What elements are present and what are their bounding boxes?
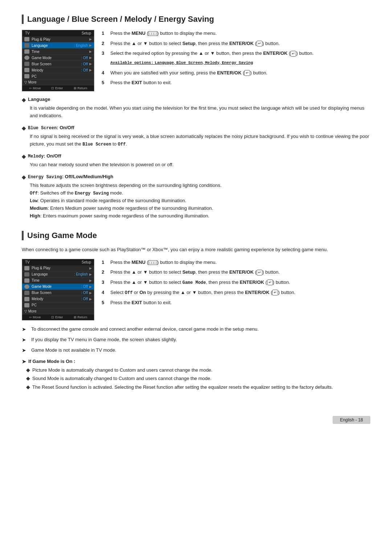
bullet-heading: ◆ Language bbox=[22, 97, 370, 103]
page-footer-area: English - 18 bbox=[22, 401, 370, 424]
arrow-icon: ➤ bbox=[22, 336, 28, 344]
plug-icon bbox=[24, 266, 29, 270]
if-game-bullet-2: ◆ Sound Mode is automatically changed to… bbox=[26, 375, 370, 382]
if-game-title-text: If Game Mode is On : bbox=[28, 359, 75, 364]
step1-3: 3 Select the required option by pressing… bbox=[102, 50, 370, 57]
note-text: Game Mode is not available in TV mode. bbox=[31, 347, 117, 354]
note-text: If you display the TV menu in Game mode,… bbox=[31, 336, 177, 343]
menu2-header: TV Setup bbox=[22, 259, 94, 265]
diamond-icon: ◆ bbox=[26, 384, 30, 391]
bullet-heading: ◆ Blue Screen: On/Off bbox=[22, 125, 370, 131]
menu2-item-bluescreen: Blue Screen : Off ▶ bbox=[22, 290, 94, 296]
step1-4: 4 When you are satisfied with your setti… bbox=[102, 69, 370, 77]
menu1-setup-label: Setup bbox=[82, 31, 91, 35]
menu1-item-plug: Plug & Play ▶ bbox=[22, 36, 94, 42]
menu2-item-language: Language : English ▶ bbox=[22, 271, 94, 278]
step-number: 2 bbox=[102, 269, 107, 276]
menu2-item-more: ▽ More bbox=[22, 309, 94, 314]
bullet-title: Melody: On/Off bbox=[28, 153, 61, 159]
menu1-tv-label: TV bbox=[25, 31, 30, 35]
step-text: Press the MENU (□□□) button to display t… bbox=[110, 259, 370, 266]
section2-intro: When connecting to a game console such a… bbox=[22, 246, 370, 254]
menu2-item-plug: Plug & Play ▶ bbox=[22, 265, 94, 271]
step-text: Press the ▲ or ▼ button to select Game M… bbox=[110, 279, 370, 286]
lang-icon bbox=[24, 272, 29, 277]
step-number: 5 bbox=[102, 299, 107, 306]
section2-header: Using Game Mode bbox=[22, 231, 370, 240]
menu2-item-time: Time ▶ bbox=[22, 278, 94, 284]
diamond-icon: ◆ bbox=[22, 153, 26, 160]
menu1-item-gamemode: Game Mode : Off ▶ bbox=[22, 55, 94, 61]
step-text: Select the required option by pressing t… bbox=[110, 50, 370, 57]
if-game-bullet-3: ◆ The Reset Sound function is activated.… bbox=[26, 384, 370, 391]
menu1-item-bluescreen: Blue Screen : Off ▶ bbox=[22, 61, 94, 67]
menu2-item-melody: Melody : Off ▶ bbox=[22, 296, 94, 302]
menu1-item-language: Language : English ▶ bbox=[22, 42, 94, 49]
note2: ➤ If you display the TV menu in Game mod… bbox=[22, 336, 370, 344]
menu1-item-more: ▽ More bbox=[22, 79, 94, 85]
clock-icon bbox=[24, 49, 29, 54]
menu2-items: Plug & Play ▶ Language : English ▶ Time … bbox=[22, 265, 94, 314]
section1-content: TV Setup Plug & Play ▶ Language : Englis… bbox=[22, 30, 370, 91]
note-text: To disconnect the game console and conne… bbox=[31, 326, 259, 333]
bullet-melody: ◆ Melody: On/Off You can hear melody sou… bbox=[22, 153, 370, 169]
bullet-bluescreen: ◆ Blue Screen: On/Off If no signal is be… bbox=[22, 125, 370, 148]
circle-icon bbox=[24, 56, 29, 60]
section1-title: Language / Blue Screen / Melody / Energy… bbox=[27, 15, 370, 24]
section1-menu-screenshot: TV Setup Plug & Play ▶ Language : Englis… bbox=[22, 30, 94, 91]
section2-menu-screenshot: TV Setup Plug & Play ▶ Language : Englis… bbox=[22, 259, 94, 320]
star-icon bbox=[24, 303, 29, 307]
note3: ➤ Game Mode is not available in TV mode. bbox=[22, 347, 370, 354]
step-text: Press the ▲ or ▼ button to select Setup,… bbox=[110, 40, 370, 47]
menu1-footer: ⇦ Move ⊡ Enter ⊞ Return bbox=[22, 85, 94, 91]
step1-2: 2 Press the ▲ or ▼ button to select Setu… bbox=[102, 40, 370, 47]
step-text: Select Off or On by pressing the ▲ or ▼ … bbox=[110, 289, 370, 296]
section1-header: Language / Blue Screen / Melody / Energy… bbox=[22, 15, 370, 24]
menu2-footer: ⇦ Move ⊡ Enter ⊞ Return bbox=[22, 314, 94, 320]
step-number: 4 bbox=[102, 289, 107, 296]
bullet-heading: ◆ Melody: On/Off bbox=[22, 153, 370, 160]
bullet-body: This feature adjusts the screen brightne… bbox=[30, 182, 370, 220]
diamond-icon: ◆ bbox=[22, 174, 26, 180]
menu1-item-melody: Melody : Off ▶ bbox=[22, 67, 94, 73]
step-number: 4 bbox=[102, 69, 107, 77]
step-number: 2 bbox=[102, 40, 107, 47]
menu2-footer-return: ⊞ Return bbox=[74, 315, 87, 319]
step2-3: 3 Press the ▲ or ▼ button to select Game… bbox=[102, 279, 370, 286]
step-number: 1 bbox=[102, 30, 107, 37]
arrow-icon: ➤ bbox=[22, 359, 26, 364]
menu1-item-time: Time ▶ bbox=[22, 49, 94, 55]
step-number: 5 bbox=[102, 79, 107, 86]
menu1-header: TV Setup bbox=[22, 30, 94, 36]
section-language: Language / Blue Screen / Melody / Energy… bbox=[22, 15, 370, 220]
diamond-icon: ◆ bbox=[26, 375, 30, 382]
available-options: Available options: Language, Blue Screen… bbox=[110, 60, 370, 65]
sound-icon bbox=[24, 297, 29, 301]
bullet-title: Blue Screen: On/Off bbox=[28, 125, 74, 131]
if-game-bullet-text: Sound Mode is automatically changed to C… bbox=[32, 375, 212, 382]
menu2-setup-label: Setup bbox=[82, 260, 91, 264]
step-text: Press the ▲ or ▼ button to select Setup,… bbox=[110, 269, 370, 276]
bullet-energy: ◆ Energy Saving: Off/Low/Medium/High Thi… bbox=[22, 174, 370, 220]
menu2-footer-enter: ⊡ Enter bbox=[51, 315, 63, 319]
circle-icon bbox=[24, 285, 29, 289]
section-gamemode: Using Game Mode When connecting to a gam… bbox=[22, 231, 370, 391]
step-text: Press the EXIT button to exit. bbox=[110, 79, 370, 86]
step-number: 3 bbox=[102, 279, 107, 286]
bullet-title: Language bbox=[28, 97, 50, 102]
step1-1: 1 Press the MENU (□□□) button to display… bbox=[102, 30, 370, 37]
arrow-icon: ➤ bbox=[22, 347, 28, 354]
clock-icon bbox=[24, 278, 29, 283]
lang-icon bbox=[24, 43, 29, 48]
if-game-bullet-text: The Reset Sound function is activated. S… bbox=[32, 384, 333, 391]
if-game-mode-section: ➤ If Game Mode is On : ◆ Picture Mode is… bbox=[22, 359, 370, 391]
menu2-footer-move: ⇦ Move bbox=[29, 315, 41, 319]
step-text: When you are satisfied with your setting… bbox=[110, 69, 370, 77]
if-game-mode-title: ➤ If Game Mode is On : bbox=[22, 359, 370, 364]
menu2-tv-label: TV bbox=[25, 260, 30, 264]
bullet-title: Energy Saving: Off/Low/Medium/High bbox=[28, 174, 113, 180]
step2-4: 4 Select Off or On by pressing the ▲ or … bbox=[102, 289, 370, 296]
diamond-icon: ◆ bbox=[26, 367, 30, 374]
plug-icon bbox=[24, 37, 29, 41]
menu1-footer-move: ⇦ Move bbox=[29, 86, 41, 90]
